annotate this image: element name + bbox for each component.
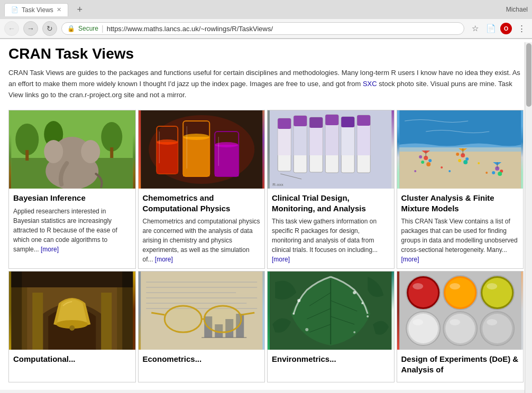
svg-point-131 xyxy=(412,283,423,289)
address-bar[interactable]: 🔒 Secure | https://www.maths.lancs.ac.uk… xyxy=(61,22,464,35)
card-text-clinical: This task view gathers information on sp… xyxy=(272,217,390,264)
clinical-more-link[interactable]: [more] xyxy=(272,256,290,263)
card-bayesian-inference: Bayesian Inference Applied researchers i… xyxy=(8,110,136,269)
svg-rect-44 xyxy=(357,115,370,126)
svg-rect-3 xyxy=(25,150,29,161)
svg-point-55 xyxy=(419,155,422,158)
sxc-link[interactable]: SXC xyxy=(363,80,377,88)
opera-icon[interactable]: O xyxy=(500,23,512,34)
svg-rect-29 xyxy=(278,118,291,129)
card-title-computational: Computational... xyxy=(13,354,131,364)
svg-point-52 xyxy=(428,159,432,162)
svg-rect-49 xyxy=(399,110,521,147)
chemometrics-more-link[interactable]: [more] xyxy=(155,256,173,263)
card-text-chemometrics: Chemometrics and computational physics a… xyxy=(143,217,261,264)
svg-point-79 xyxy=(69,325,75,331)
svg-point-66 xyxy=(448,170,451,172)
card-grid: Bayesian Inference Applied researchers i… xyxy=(8,110,524,382)
forward-button[interactable]: → xyxy=(23,21,38,36)
tab-icon: 📄 xyxy=(11,6,19,13)
bayesian-more-link[interactable]: [more] xyxy=(41,246,59,253)
svg-point-6 xyxy=(101,122,122,152)
svg-rect-33 xyxy=(293,126,307,155)
svg-point-10 xyxy=(44,140,63,163)
card-clinical-trial: R-xxx Clinical Trial Design, Monitoring,… xyxy=(267,110,395,269)
card-image-cluster xyxy=(397,110,524,189)
browser-toolbar: ← → ↻ 🔒 Secure | https://www.maths.lancs… xyxy=(0,19,532,39)
svg-point-116 xyxy=(353,331,355,333)
svg-point-112 xyxy=(297,299,300,302)
svg-point-111 xyxy=(361,302,363,304)
svg-rect-39 xyxy=(325,125,338,155)
svg-point-124 xyxy=(482,278,512,307)
svg-point-64 xyxy=(498,172,502,176)
svg-point-53 xyxy=(421,161,424,164)
refresh-button[interactable]: ↻ xyxy=(42,21,57,36)
card-title-econometrics: Econometrics... xyxy=(143,354,261,364)
svg-point-58 xyxy=(458,159,461,162)
svg-text:R-xxx: R-xxx xyxy=(272,182,283,187)
svg-point-63 xyxy=(492,171,495,174)
svg-point-122 xyxy=(445,278,475,307)
svg-rect-15 xyxy=(157,142,178,174)
svg-rect-42 xyxy=(341,127,354,155)
svg-point-54 xyxy=(426,162,430,166)
card-body-cluster: Cluster Analysis & Finite Mixture Models… xyxy=(397,189,524,268)
toolbar-icons: ☆ 📄 O ⋮ xyxy=(469,22,528,35)
card-body-environmetrics: Environmetrics... xyxy=(268,350,394,382)
card-image-clinical: R-xxx xyxy=(268,110,394,189)
card-title-chemometrics: Chemometrics and Computational Physics xyxy=(143,193,261,213)
svg-point-57 xyxy=(465,157,469,161)
svg-point-16 xyxy=(157,139,178,145)
tab-close-button[interactable]: ✕ xyxy=(57,6,61,13)
svg-point-134 xyxy=(412,319,423,325)
card-body-chemometrics: Chemometrics and Computational Physics C… xyxy=(139,189,265,268)
card-image-glasses xyxy=(139,272,265,350)
svg-point-110 xyxy=(353,291,356,294)
card-body-doe: Design of Experiments (DoE) & Analysis o… xyxy=(397,350,524,382)
svg-rect-83 xyxy=(141,272,262,350)
card-cluster-analysis: Cluster Analysis & Finite Mixture Models… xyxy=(397,110,524,269)
page-icon[interactable]: 📄 xyxy=(484,22,497,35)
svg-point-65 xyxy=(441,166,443,169)
title-bar: 📄 Task Views ✕ + Michael xyxy=(0,0,532,19)
svg-point-113 xyxy=(292,313,295,315)
page-content: CRAN Task Views CRAN Task Views are guid… xyxy=(0,39,532,390)
scrollbar-thumb[interactable] xyxy=(526,43,531,107)
active-tab[interactable]: 📄 Task Views ✕ xyxy=(4,3,68,16)
card-title-clinical: Clinical Trial Design, Monitoring, and A… xyxy=(272,193,390,213)
svg-rect-35 xyxy=(309,117,323,128)
svg-rect-76 xyxy=(32,293,43,350)
card-environmetrics: Environmetrics... xyxy=(267,271,395,382)
tab-title: Task Views xyxy=(22,6,53,14)
svg-point-136 xyxy=(487,319,497,325)
card-image-chemometrics xyxy=(139,110,265,189)
svg-rect-38 xyxy=(325,115,338,125)
page-title: CRAN Task Views xyxy=(8,45,524,62)
svg-point-130 xyxy=(482,314,512,343)
card-image-doe xyxy=(397,272,524,350)
svg-point-133 xyxy=(487,283,497,289)
menu-button[interactable]: ⋮ xyxy=(515,22,528,35)
card-title-cluster: Cluster Analysis & Finite Mixture Models xyxy=(401,193,519,213)
card-body-computational: Computational... xyxy=(9,350,135,382)
card-body-clinical: Clinical Trial Design, Monitoring, and A… xyxy=(268,189,394,268)
new-tab-button[interactable]: + xyxy=(72,2,87,17)
svg-point-100 xyxy=(166,307,200,331)
svg-point-126 xyxy=(408,314,438,343)
card-chemometrics: Chemometrics and Computational Physics C… xyxy=(138,110,265,269)
svg-point-67 xyxy=(478,162,480,164)
cluster-more-link[interactable]: [more] xyxy=(401,256,419,263)
svg-rect-36 xyxy=(309,128,323,155)
svg-point-59 xyxy=(463,160,467,164)
bookmark-star-icon[interactable]: ☆ xyxy=(469,22,481,35)
svg-point-69 xyxy=(414,170,416,172)
svg-rect-50 xyxy=(399,147,521,189)
card-title-environmetrics: Environmetrics... xyxy=(272,354,390,364)
secure-label: Secure xyxy=(78,25,98,32)
address-separator: | xyxy=(102,24,104,33)
svg-point-114 xyxy=(366,315,369,317)
scrollbar xyxy=(525,42,532,390)
card-text-bayesian: Applied researchers interested in Bayesi… xyxy=(13,207,131,254)
back-button[interactable]: ← xyxy=(4,21,19,36)
